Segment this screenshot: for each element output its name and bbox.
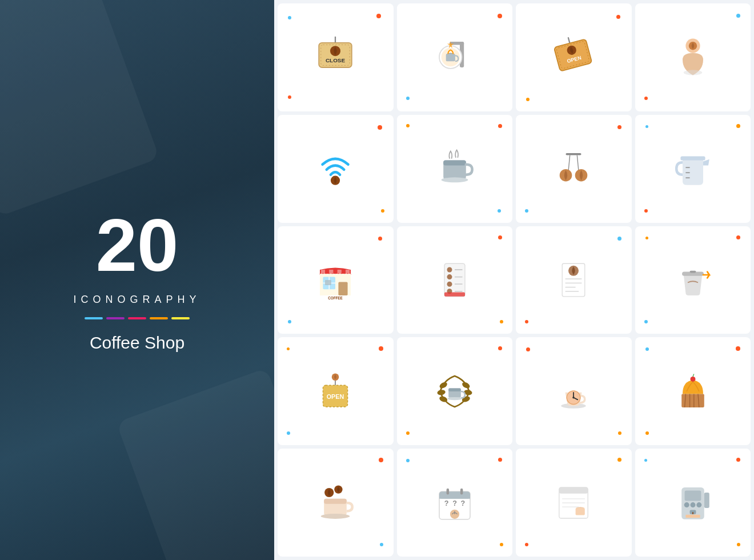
svg-rect-40 — [339, 282, 348, 295]
icon-cell-coffee-cup-beans — [278, 449, 394, 557]
svg-point-74 — [447, 397, 462, 400]
svg-rect-115 — [685, 514, 700, 517]
svg-point-113 — [696, 502, 701, 507]
icon-cell-coffee-to-go — [635, 226, 751, 334]
svg-line-82 — [693, 374, 694, 377]
svg-point-81 — [690, 377, 695, 382]
svg-line-25 — [577, 155, 579, 171]
svg-point-101 — [450, 509, 459, 518]
svg-rect-117 — [704, 493, 709, 508]
svg-point-67 — [436, 389, 446, 395]
svg-rect-96 — [446, 488, 449, 494]
svg-text:COFFEE: COFFEE — [328, 296, 343, 300]
icon-cell-coffee-storefront: COFFEE — [278, 226, 394, 334]
icon-cell-coffee-clock — [516, 337, 632, 445]
svg-text:?: ? — [460, 499, 465, 507]
svg-rect-41 — [325, 280, 331, 285]
icon-cell-coffee-mug — [397, 115, 513, 223]
color-bar-2 — [106, 317, 125, 319]
svg-point-22 — [441, 177, 468, 182]
icon-cell-wifi-coffee — [278, 115, 394, 223]
svg-point-46 — [447, 282, 452, 287]
svg-line-24 — [568, 155, 570, 171]
svg-rect-34 — [338, 270, 342, 274]
svg-point-111 — [684, 502, 689, 507]
svg-line-11 — [568, 38, 570, 43]
svg-text:?: ? — [452, 499, 457, 507]
svg-rect-33 — [329, 270, 333, 274]
svg-rect-23 — [566, 153, 581, 155]
svg-rect-108 — [576, 508, 585, 515]
svg-rect-73 — [448, 388, 461, 391]
color-bars — [85, 317, 190, 319]
svg-point-112 — [690, 502, 695, 507]
iconography-label: ICONOGRAPHY — [73, 294, 200, 306]
icon-cell-coffee-machine — [635, 449, 751, 557]
svg-rect-12 — [554, 39, 592, 72]
icon-cell-open-tag: OPEN — [278, 337, 394, 445]
icon-cell-coffee-receipt — [516, 226, 632, 334]
svg-point-44 — [447, 267, 452, 272]
svg-point-69 — [461, 381, 471, 389]
icon-cell-cupcake — [635, 337, 751, 445]
icon-cell-close-sign: CLOSE — [278, 3, 394, 111]
svg-point-66 — [438, 381, 448, 389]
color-bar-4 — [150, 317, 168, 319]
icon-cell-coffee-wreath — [397, 337, 513, 445]
svg-point-18 — [684, 70, 702, 75]
svg-point-45 — [447, 274, 452, 279]
panel-title: Coffee Shop — [90, 333, 185, 353]
left-panel: 20 ICONOGRAPHY Coffee Shop — [0, 0, 274, 560]
icon-cell-open-sign-hang: OPEN — [516, 3, 632, 111]
svg-rect-110 — [684, 490, 701, 501]
svg-rect-28 — [680, 157, 705, 161]
svg-point-80 — [572, 397, 575, 399]
svg-rect-60 — [689, 271, 696, 273]
svg-text:OPEN: OPEN — [327, 393, 344, 399]
svg-text:CLOSE: CLOSE — [326, 57, 345, 63]
icon-cell-coffee-pitcher — [635, 115, 751, 223]
svg-text:?: ? — [444, 499, 448, 507]
color-bar-3 — [128, 317, 146, 319]
svg-point-92 — [321, 513, 350, 518]
svg-rect-21 — [443, 161, 466, 166]
icon-cell-coffee-schedule: ? ? ? — [397, 449, 513, 557]
svg-rect-52 — [444, 293, 465, 297]
icon-cell-coffee-beans-hang — [516, 115, 632, 223]
color-bar-5 — [171, 317, 190, 319]
svg-rect-104 — [559, 487, 588, 494]
svg-rect-97 — [460, 488, 463, 494]
icon-cell-open-sign-board — [397, 3, 513, 111]
icon-cell-coffee-location — [635, 3, 751, 111]
icon-cell-coffee-newspaper — [516, 449, 632, 557]
icon-grid: CLOSE — [274, 0, 754, 560]
svg-rect-91 — [324, 498, 347, 503]
svg-rect-95 — [439, 495, 470, 498]
svg-rect-10 — [446, 54, 455, 62]
icon-count: 20 — [96, 208, 179, 282]
icon-cell-coffee-menu-board — [397, 226, 513, 334]
color-bar-1 — [85, 317, 103, 319]
